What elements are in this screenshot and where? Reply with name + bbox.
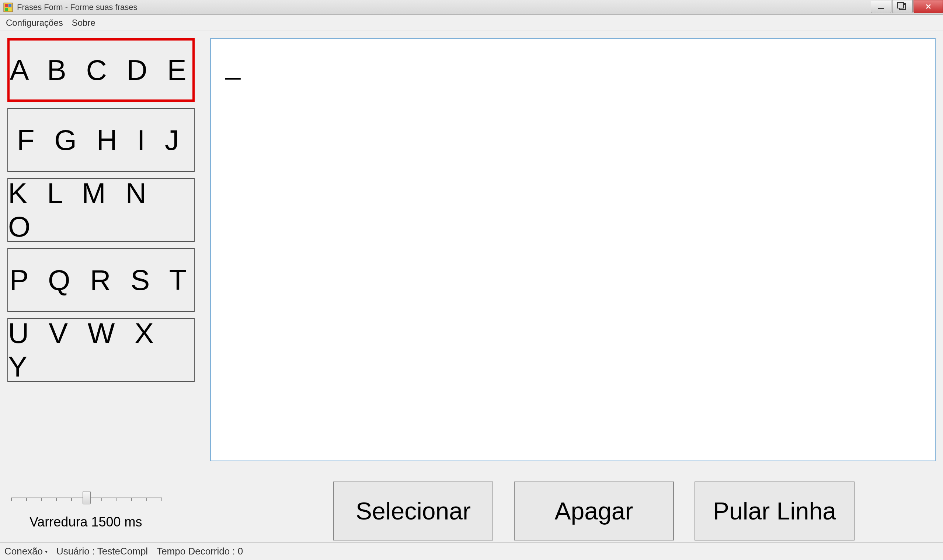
app-window: Frases Form - Forme suas frases Configur… — [0, 0, 943, 560]
window-title: Frases Form - Forme suas frases — [17, 3, 137, 12]
menu-configuracoes[interactable]: Configurações — [6, 18, 63, 28]
scan-speed-label: Varredura 1500 ms — [11, 514, 181, 530]
dropdown-icon: ▾ — [45, 549, 48, 554]
app-icon — [3, 2, 13, 12]
letter-group-uvwxy[interactable]: U V W X Y — [8, 318, 195, 382]
scan-speed-slider[interactable] — [11, 492, 162, 503]
letter-group-label: K L M N O — [8, 177, 194, 243]
close-button[interactable] — [914, 0, 943, 13]
status-user: Usuário : TesteCompl — [56, 546, 148, 557]
action-buttons: Selecionar Apagar Pular Linha — [333, 482, 935, 540]
menubar: Configurações Sobre — [0, 15, 943, 31]
minimize-button[interactable] — [871, 0, 891, 13]
letter-group-label: U V W X Y — [8, 317, 194, 383]
svg-rect-3 — [5, 8, 8, 11]
status-elapsed: Tempo Decorrido : 0 — [157, 546, 243, 557]
status-connection[interactable]: Conexão ▾ — [5, 546, 48, 557]
window-controls — [870, 0, 943, 14]
select-button[interactable]: Selecionar — [333, 482, 493, 540]
bottom-section: Varredura 1500 ms Selecionar Apagar Pula… — [0, 480, 943, 542]
letter-group-pqrst[interactable]: P Q R S T — [8, 248, 195, 312]
maximize-button[interactable] — [892, 0, 913, 13]
main-content: A B C D E F G H I J K L M N O P Q R S T … — [0, 31, 943, 480]
slider-thumb[interactable] — [83, 491, 91, 505]
output-text: _ — [226, 51, 240, 80]
status-connection-label: Conexão — [5, 546, 43, 557]
letter-group-label: A B C D E — [9, 54, 192, 87]
letter-group-abcde[interactable]: A B C D E — [8, 38, 195, 102]
letter-group-label: P Q R S T — [9, 263, 193, 297]
delete-button[interactable]: Apagar — [514, 482, 674, 540]
titlebar: Frases Form - Forme suas frases — [0, 0, 943, 15]
newline-button[interactable]: Pular Linha — [695, 482, 855, 540]
letter-group-klmno[interactable]: K L M N O — [8, 178, 195, 242]
newline-button-label: Pular Linha — [713, 497, 836, 525]
svg-rect-1 — [5, 4, 8, 7]
svg-rect-4 — [8, 8, 11, 11]
statusbar: Conexão ▾ Usuário : TesteCompl Tempo Dec… — [0, 542, 943, 560]
delete-button-label: Apagar — [555, 497, 633, 525]
letter-panel: A B C D E F G H I J K L M N O P Q R S T … — [8, 38, 203, 472]
output-text-area[interactable]: _ — [210, 38, 935, 461]
menu-sobre[interactable]: Sobre — [72, 18, 96, 28]
letter-group-fghij[interactable]: F G H I J — [8, 108, 195, 172]
select-button-label: Selecionar — [356, 497, 471, 525]
svg-rect-2 — [8, 4, 11, 7]
slider-section: Varredura 1500 ms — [8, 492, 181, 530]
letter-group-label: F G H I J — [17, 123, 185, 157]
